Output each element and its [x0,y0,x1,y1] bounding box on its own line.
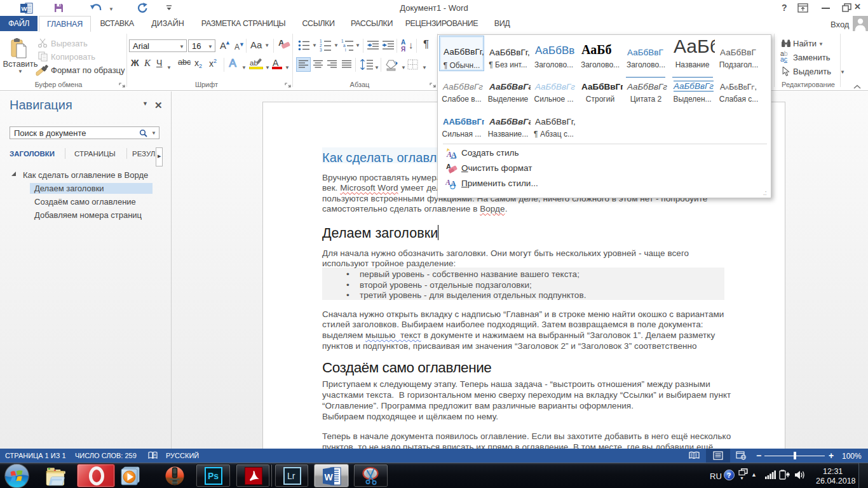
svg-text:?: ? [727,471,731,479]
svg-text:i: i [345,48,346,51]
svg-text:1: 1 [341,39,344,43]
svg-text:А: А [229,57,237,69]
svg-text:1: 1 [320,39,322,43]
svg-text:W: W [22,5,27,12]
svg-text:3: 3 [320,48,322,51]
svg-text:A: A [451,179,456,188]
svg-text:A: A [445,178,451,187]
svg-text:A: A [451,151,457,159]
svg-text:W: W [325,472,334,482]
svg-text:2: 2 [320,43,322,48]
svg-text:x: x [154,452,156,457]
svg-text:a: a [343,43,346,48]
